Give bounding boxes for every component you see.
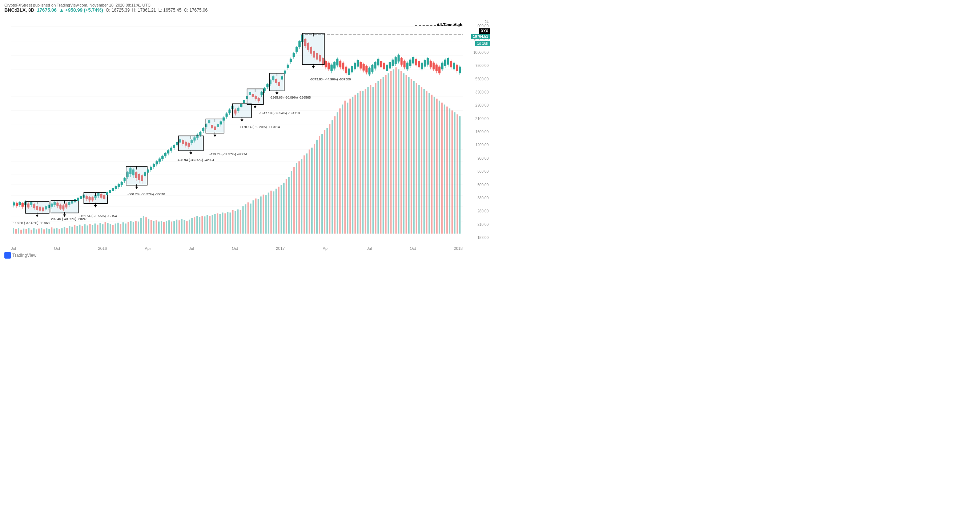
svg-rect-127 [296, 163, 298, 234]
x-label-oct3: Oct [410, 246, 416, 250]
svg-rect-147 [347, 102, 348, 233]
svg-rect-175 [418, 85, 420, 234]
svg-rect-151 [357, 93, 358, 233]
svg-rect-466 [377, 59, 379, 65]
svg-rect-408 [293, 53, 295, 57]
svg-rect-32 [53, 228, 55, 233]
svg-rect-299 [156, 161, 158, 164]
svg-rect-387 [266, 85, 269, 88]
svg-rect-458 [365, 66, 368, 72]
svg-marker-289 [135, 187, 138, 189]
svg-rect-452 [356, 60, 359, 67]
svg-rect-305 [164, 153, 167, 156]
svg-rect-195 [16, 203, 18, 206]
svg-rect-311 [173, 145, 175, 148]
svg-rect-301 [159, 159, 161, 162]
svg-rect-120 [278, 187, 280, 233]
svg-rect-454 [360, 62, 362, 69]
svg-rect-197 [19, 202, 21, 205]
svg-rect-462 [371, 65, 373, 72]
annotation-4: -300.78 (-38.37%) -30078 [127, 192, 165, 196]
svg-rect-28 [43, 230, 45, 234]
x-label-apr: Apr [145, 246, 151, 250]
svg-rect-188 [452, 110, 453, 234]
chart-container: CryptoFXStreet published on TradingView.… [0, 0, 490, 262]
svg-rect-274 [124, 178, 126, 182]
svg-rect-71 [153, 221, 154, 233]
svg-rect-430 [325, 61, 327, 67]
svg-rect-432 [328, 62, 330, 69]
svg-rect-77 [168, 220, 170, 234]
svg-rect-69 [148, 219, 150, 234]
svg-rect-404 [287, 65, 289, 68]
svg-rect-26 [38, 228, 40, 233]
svg-rect-145 [342, 104, 343, 233]
svg-rect-41 [76, 226, 78, 233]
svg-rect-400 [281, 77, 283, 80]
svg-rect-73 [158, 222, 159, 233]
svg-rect-482 [401, 58, 403, 64]
svg-rect-512 [444, 60, 446, 66]
svg-rect-106 [242, 206, 244, 233]
price-change: ▲ +958.99 (+5.74%) [59, 7, 103, 13]
svg-rect-191 [459, 116, 461, 234]
svg-rect-47 [92, 225, 94, 234]
svg-rect-128 [298, 161, 300, 233]
svg-marker-398 [275, 92, 278, 94]
svg-rect-20 [23, 228, 24, 233]
svg-rect-19 [21, 230, 22, 234]
svg-rect-36 [64, 227, 65, 233]
svg-rect-86 [191, 218, 192, 233]
svg-rect-402 [284, 70, 286, 74]
svg-rect-177 [423, 89, 425, 233]
svg-rect-486 [406, 62, 409, 69]
svg-rect-410 [296, 47, 298, 52]
svg-rect-480 [398, 55, 400, 61]
svg-rect-101 [229, 212, 231, 233]
svg-rect-64 [135, 221, 137, 234]
svg-rect-351 [223, 118, 224, 121]
svg-marker-332 [189, 152, 192, 155]
svg-rect-24 [33, 228, 35, 233]
svg-rect-506 [436, 65, 438, 71]
svg-rect-89 [199, 217, 200, 233]
svg-rect-162 [385, 75, 387, 234]
svg-rect-456 [363, 64, 364, 70]
svg-rect-78 [171, 222, 172, 233]
svg-rect-93 [209, 216, 210, 233]
svg-rect-171 [408, 77, 410, 233]
svg-rect-92 [207, 215, 208, 234]
svg-rect-186 [446, 107, 448, 234]
svg-rect-124 [288, 177, 290, 233]
svg-rect-58 [120, 224, 121, 234]
svg-rect-116 [268, 193, 269, 234]
svg-rect-170 [406, 75, 407, 234]
svg-rect-131 [306, 153, 307, 234]
svg-rect-25 [36, 230, 37, 234]
svg-rect-179 [429, 93, 430, 233]
svg-rect-239 [77, 198, 79, 201]
svg-rect-266 [112, 188, 114, 191]
svg-rect-309 [170, 148, 172, 151]
svg-rect-190 [457, 114, 458, 233]
current-price: 17675.06 [37, 7, 57, 13]
svg-rect-133 [311, 148, 313, 234]
svg-rect-406 [290, 59, 292, 62]
annotation-7: -1170.14 (-39.20%) -117014 [239, 125, 280, 129]
svg-rect-104 [237, 209, 239, 234]
svg-rect-193 [13, 202, 15, 206]
svg-rect-508 [438, 67, 441, 73]
x-label-jul3: Jul [367, 246, 372, 250]
svg-rect-35 [61, 228, 62, 233]
svg-rect-96 [216, 214, 218, 234]
svg-rect-460 [368, 68, 371, 74]
svg-rect-59 [123, 222, 124, 233]
svg-rect-307 [167, 150, 169, 153]
svg-rect-472 [386, 65, 388, 71]
svg-rect-63 [133, 222, 134, 233]
svg-rect-464 [374, 62, 376, 69]
svg-rect-355 [228, 110, 231, 113]
svg-rect-97 [219, 214, 221, 234]
svg-rect-39 [71, 226, 73, 233]
svg-rect-502 [430, 61, 432, 67]
